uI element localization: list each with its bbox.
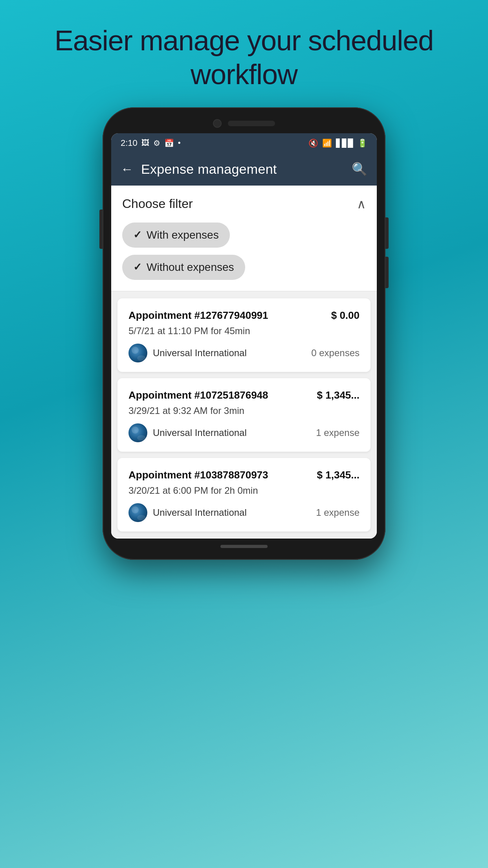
phone-screen: 2:10 🖼 ⚙ 📅 • 🔇 📶 ▋▊▉ 🔋 ← Expense managem…: [111, 133, 377, 539]
card-top-row: Appointment #103878870973 $ 1,345...: [128, 469, 360, 481]
search-button[interactable]: 🔍: [352, 162, 367, 177]
phone-top-hardware: [111, 119, 377, 128]
status-left: 2:10 🖼 ⚙ 📅 •: [121, 138, 181, 148]
company-info: Universal International: [128, 344, 247, 362]
appointment-amount: $ 1,345...: [317, 389, 360, 401]
appointment-amount: $ 1,345...: [317, 469, 360, 481]
card-bottom-row: Universal International 0 expenses: [128, 344, 360, 362]
appointment-id: Appointment #103878870973: [128, 469, 268, 481]
front-camera: [213, 119, 222, 128]
check-icon: ✓: [133, 261, 142, 273]
status-bar: 2:10 🖼 ⚙ 📅 • 🔇 📶 ▋▊▉ 🔋: [111, 133, 377, 153]
card-top-row: Appointment #127677940991 $ 0.00: [128, 309, 360, 322]
settings-icon: ⚙: [153, 138, 160, 148]
phone-frame: 2:10 🖼 ⚙ 📅 • 🔇 📶 ▋▊▉ 🔋 ← Expense managem…: [103, 107, 385, 560]
expense-count: 0 expenses: [311, 348, 360, 359]
filter-title: Choose filter: [122, 197, 193, 211]
company-name: Universal International: [153, 507, 247, 518]
company-name: Universal International: [153, 348, 247, 359]
appointment-card-3[interactable]: Appointment #103878870973 $ 1,345... 3/2…: [117, 458, 371, 531]
appointment-datetime: 3/20/21 at 6:00 PM for 2h 0min: [128, 485, 360, 496]
filter-section: Choose filter ∧ ✓ With expenses ✓ Withou…: [111, 186, 377, 291]
appointment-card-1[interactable]: Appointment #127677940991 $ 0.00 5/7/21 …: [117, 298, 371, 372]
filter-with-expenses-label: With expenses: [147, 229, 219, 241]
filter-options: ✓ With expenses ✓ Without expenses: [122, 223, 366, 280]
appointment-datetime: 3/29/21 at 9:32 AM for 3min: [128, 405, 360, 416]
app-bar-title: Expense management: [141, 162, 344, 177]
dot-icon: •: [178, 138, 181, 147]
signal-icon: ▋▊▉: [336, 138, 354, 148]
filter-with-expenses[interactable]: ✓ With expenses: [122, 223, 230, 248]
appointment-card-2[interactable]: Appointment #107251876948 $ 1,345... 3/2…: [117, 378, 371, 452]
appointment-id: Appointment #107251876948: [128, 389, 268, 401]
volume-up-button: [99, 210, 103, 249]
screen-content: Choose filter ∧ ✓ With expenses ✓ Withou…: [111, 186, 377, 539]
card-bottom-row: Universal International 1 expense: [128, 423, 360, 442]
earpiece-speaker: [228, 121, 275, 126]
filter-collapse-button[interactable]: ∧: [357, 197, 366, 211]
phone-bottom-bar: [111, 545, 377, 548]
company-name: Universal International: [153, 427, 247, 438]
appointments-list: Appointment #127677940991 $ 0.00 5/7/21 …: [111, 291, 377, 539]
company-info: Universal International: [128, 423, 247, 442]
battery-icon: 🔋: [358, 138, 367, 148]
page-headline: Easier manage your scheduled workflow: [31, 24, 457, 92]
home-indicator: [220, 545, 268, 548]
expense-count: 1 expense: [316, 507, 360, 518]
mute-icon: 🔇: [308, 138, 318, 148]
company-logo: [128, 423, 147, 442]
card-bottom-row: Universal International 1 expense: [128, 503, 360, 522]
company-logo: [128, 344, 147, 362]
calendar-icon: 📅: [164, 138, 174, 148]
filter-header: Choose filter ∧: [122, 197, 366, 211]
power-button: [385, 217, 389, 249]
image-icon: 🖼: [141, 138, 149, 147]
company-logo: [128, 503, 147, 522]
wifi-icon: 📶: [322, 138, 332, 148]
filter-without-expenses-label: Without expenses: [147, 261, 234, 274]
app-bar: ← Expense management 🔍: [111, 153, 377, 186]
appointment-id: Appointment #127677940991: [128, 309, 268, 322]
volume-down-button: [385, 257, 389, 288]
status-right: 🔇 📶 ▋▊▉ 🔋: [308, 138, 367, 148]
status-time: 2:10: [121, 138, 138, 148]
back-button[interactable]: ←: [121, 162, 133, 177]
appointment-datetime: 5/7/21 at 11:10 PM for 45min: [128, 326, 360, 337]
card-top-row: Appointment #107251876948 $ 1,345...: [128, 389, 360, 401]
appointment-amount: $ 0.00: [331, 309, 360, 322]
check-icon: ✓: [133, 229, 142, 241]
company-info: Universal International: [128, 503, 247, 522]
filter-without-expenses[interactable]: ✓ Without expenses: [122, 255, 245, 280]
expense-count: 1 expense: [316, 427, 360, 438]
